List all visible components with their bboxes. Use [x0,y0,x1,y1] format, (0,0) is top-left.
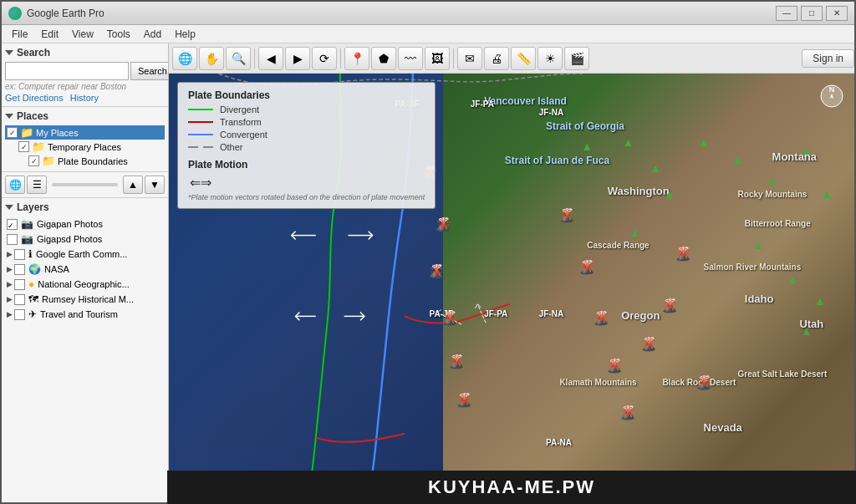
toolbar-forward-btn[interactable]: ▶ [285,47,310,70]
google-comm-checkbox[interactable] [14,249,25,260]
tree-item-temporary[interactable]: 📁 Temporary Places [5,140,165,154]
search-input[interactable] [5,62,129,80]
minimize-button[interactable]: — [776,6,797,21]
title-bar: Google Earth Pro — □ ✕ [2,2,854,25]
sign-in-button[interactable]: Sign in [802,49,854,68]
layer-travel-tourism[interactable]: ▶ ✈ Travel and Tourism [5,307,165,322]
legend-transform: Transform [188,117,425,127]
toolbar-cursor-btn[interactable]: ✋ [199,47,224,70]
menu-tools[interactable]: Tools [100,27,137,42]
menu-file[interactable]: File [5,27,34,42]
toolbar-sep-3 [453,48,454,69]
app-icon [8,7,22,20]
plate-label-jf-na-1: JF-NA [539,108,563,117]
gigapan-photos-icon: 📷 [21,218,33,230]
toolbar-hand-btn[interactable]: 🌐 [172,47,197,70]
maximize-button[interactable]: □ [801,6,823,21]
plate-label-pa-na: PA-NA [546,438,572,447]
national-geographic-label: National Geographic... [38,279,129,289]
my-places-checkbox[interactable] [7,127,18,138]
search-header[interactable]: Search [5,47,165,59]
toolbar-print-btn[interactable]: 🖨 [484,47,509,70]
toolbar-placemark-btn[interactable]: 📍 [344,47,369,70]
my-places-label: My Places [36,128,79,138]
toolbar-path-btn[interactable]: 〰 [398,47,423,70]
map-area[interactable]: Vancouver Island Strait of Georgia Strai… [169,74,854,502]
search-label: Search [17,47,50,59]
menu-view[interactable]: View [65,27,100,42]
other-line [188,146,213,148]
toolbar-movie-btn[interactable]: 🎬 [564,47,589,70]
temporary-label: Temporary Places [48,142,121,152]
tree-item-plate-boundaries[interactable]: 📁 Plate Boundaries [5,154,165,168]
plate-label-jf-na-2: JF-NA [539,309,563,318]
places-section: Places 📁 My Places 📁 Temporary Places [2,107,168,172]
layer-rumsey[interactable]: ▶ 🗺 Rumsey Historical M... [5,292,165,307]
search-row: Search [5,62,165,80]
layer-gigapsd-photos[interactable]: 📷 Gigapsd Photos [5,232,165,247]
rumsey-checkbox[interactable] [14,294,25,305]
travel-triangle-icon: ▶ [7,310,13,318]
toolbar-image-btn[interactable]: 🖼 [425,47,450,70]
history-link[interactable]: History [70,93,99,103]
natgeo-triangle-icon: ▶ [7,280,13,288]
layers-label: Layers [17,201,49,213]
layer-nasa[interactable]: ▶ 🌍 NASA [5,262,165,277]
layer-national-geographic[interactable]: ▶ ● National Geographic... [5,277,165,292]
legend-motion-title: Plate Motion [188,159,425,171]
toolbar-sep-1 [254,48,255,69]
get-directions-link[interactable]: Get Directions [5,93,64,103]
menu-edit[interactable]: Edit [34,27,65,42]
convergent-label: Convergent [220,130,268,140]
tree-item-my-places[interactable]: 📁 My Places [5,125,165,140]
places-header[interactable]: Places [5,110,165,122]
travel-checkbox[interactable] [14,309,25,320]
legend-other: Other [188,142,425,152]
watermark-text: KUYHAA-ME.PW [428,476,595,498]
natgeo-checkbox[interactable] [14,279,25,290]
layer-gigapan-photos[interactable]: 📷 Gigapan Photos [5,216,165,232]
rumsey-label: Rumsey Historical M... [42,294,134,304]
gigapsd-photos-icon: 📷 [21,233,33,245]
legend-note: *Plate motion vectors rotated based on t… [188,193,425,201]
layer-triangle-icon: ▶ [7,250,13,258]
compass: N [819,84,844,109]
legend-motion-item: ⇐⇒ [188,174,425,191]
search-button[interactable]: Search [130,62,169,80]
ctrl-btn-list[interactable]: ☰ [27,176,47,194]
toolbar-sun-btn[interactable]: ☀ [538,47,563,70]
plate-boundaries-label: Plate Boundaries [58,156,128,166]
nasa-icon: 🌍 [28,263,41,275]
rumsey-triangle-icon: ▶ [7,295,13,303]
toolbar-email-btn[interactable]: ✉ [457,47,482,70]
search-hint: ex: Computer repair near Boston [5,82,165,91]
ctrl-btn-down[interactable]: ▼ [145,176,165,194]
app-layout: Search Search ex: Computer repair near B… [2,43,854,502]
window-controls: — □ ✕ [776,6,848,21]
divergent-line [188,109,213,110]
main-window: Google Earth Pro — □ ✕ File Edit View To… [0,0,856,504]
toolbar-measure-btn[interactable]: 📏 [511,47,536,70]
toolbar-back-btn[interactable]: ◀ [258,47,283,70]
layer-google-earth-comm[interactable]: ▶ ℹ Google Earth Comm... [5,247,165,262]
opacity-slider[interactable] [52,183,118,186]
plate-label-jf-pa-1: JF-PA [471,99,494,109]
nasa-checkbox[interactable] [14,264,25,275]
legend-convergent: Convergent [188,130,425,140]
plate-boundaries-checkbox[interactable] [28,155,39,166]
toolbar-zoom-btn[interactable]: 🔍 [226,47,251,70]
ctrl-btn-up[interactable]: ▲ [123,176,143,194]
gigapan-photos-checkbox[interactable] [7,219,18,230]
layers-header[interactable]: Layers [5,201,165,213]
temporary-checkbox[interactable] [18,141,29,152]
toolbar-refresh-btn[interactable]: ⟳ [312,47,337,70]
close-button[interactable]: ✕ [826,6,848,21]
toolbar-polygon-btn[interactable]: ⬟ [371,47,396,70]
menu-add[interactable]: Add [137,27,168,42]
ctrl-btn-globe[interactable]: 🌐 [5,176,25,194]
gigapsd-photos-checkbox[interactable] [7,234,18,245]
gigapan-photos-label: Gigapan Photos [37,219,103,229]
places-label: Places [17,110,48,122]
menu-help[interactable]: Help [168,27,202,42]
sidebar-controls: 🌐 ☰ ▲ ▼ [2,172,168,198]
